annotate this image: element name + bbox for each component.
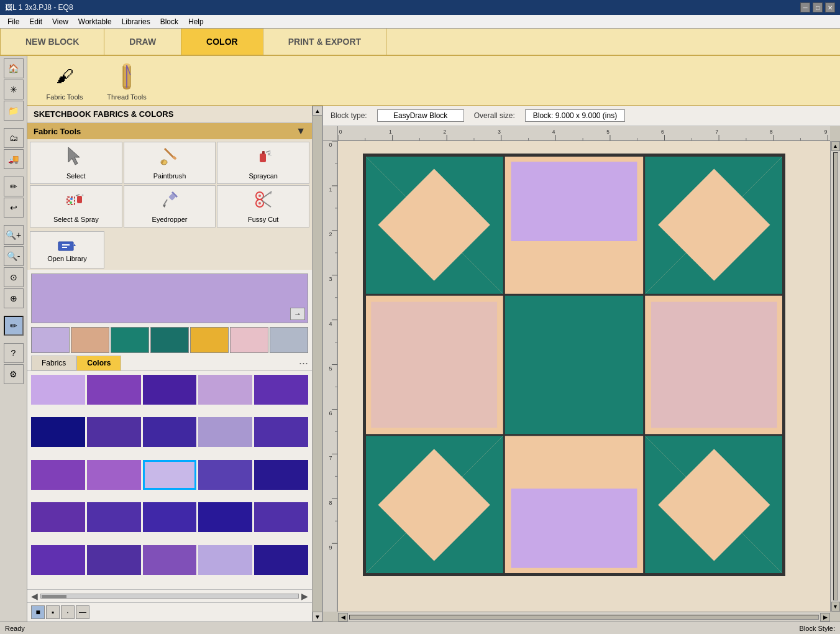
menu-view[interactable]: View (47, 16, 73, 27)
color-swatch-14[interactable] (254, 460, 308, 490)
settings-button[interactable]: ⚙ (4, 364, 24, 384)
color-swatch-24[interactable] (254, 545, 308, 575)
swatch-2[interactable] (111, 327, 149, 353)
fussy-cut-tool[interactable]: Fussy Cut (217, 185, 309, 227)
color-swatch-13[interactable] (198, 460, 252, 490)
color-swatch-8[interactable] (198, 417, 252, 447)
scroll-track[interactable] (40, 594, 299, 599)
scroll-thumb[interactable] (42, 595, 66, 599)
menu-block[interactable]: Block (155, 16, 183, 27)
color-swatch-2[interactable] (143, 375, 197, 405)
swatch-0[interactable] (31, 327, 70, 353)
tab-color[interactable]: COLOR (181, 29, 263, 55)
svg-text:2: 2 (329, 232, 332, 238)
ruler-top: 0 1 2 3 4 5 6 (338, 126, 830, 141)
star-button[interactable]: ✳ (4, 80, 24, 99)
thread-tools-button[interactable]: Thread Tools (102, 61, 152, 101)
color-swatch-3[interactable] (198, 375, 252, 405)
color-swatch-15[interactable] (31, 502, 85, 532)
close-button[interactable]: ✕ (825, 2, 835, 12)
swatch-4[interactable] (190, 327, 229, 353)
color-swatch-16[interactable] (87, 502, 141, 532)
color-swatch-4[interactable] (254, 375, 308, 405)
color-swatch-10[interactable] (31, 460, 85, 490)
layers-button[interactable]: 🗂 (4, 128, 24, 148)
color-swatch-1[interactable] (87, 375, 141, 405)
color-swatch-22[interactable] (143, 545, 197, 575)
swatch-3[interactable] (150, 327, 189, 353)
color-swatch-18[interactable] (198, 502, 252, 532)
panel-scroll-up[interactable]: ▲ (313, 106, 322, 116)
menu-libraries[interactable]: Libraries (117, 16, 155, 27)
open-library-button[interactable]: Open Library (30, 231, 104, 269)
truck-button[interactable]: 🚚 (4, 149, 24, 169)
folder-button[interactable]: 📁 (4, 101, 24, 121)
view-list-button[interactable]: — (76, 605, 89, 619)
color-swatch-0[interactable] (31, 375, 85, 405)
menu-edit[interactable]: Edit (24, 16, 47, 27)
select-tool[interactable]: Select (30, 142, 122, 184)
color-swatch-9[interactable] (254, 417, 308, 447)
zoom-fit-button[interactable]: ⊙ (4, 267, 24, 287)
h-scroll-track[interactable] (349, 615, 819, 620)
panel-scroll-down[interactable]: ▼ (313, 612, 322, 622)
color-swatch-21[interactable] (87, 545, 141, 575)
v-scroll-up-btn[interactable]: ▲ (831, 141, 840, 151)
spraycan-icon (253, 146, 273, 170)
fabric-tools-dropdown[interactable]: ▼ (296, 126, 306, 137)
pencil-button[interactable]: ✏ (4, 177, 24, 196)
color-swatch-11[interactable] (87, 460, 141, 490)
zoom-actual-button[interactable]: ⊕ (4, 288, 24, 308)
menu-worktable[interactable]: Worktable (73, 16, 117, 27)
view-small-button[interactable]: · (61, 605, 75, 619)
color-swatch-selected[interactable] (143, 460, 197, 490)
color-swatch-5[interactable] (31, 417, 85, 447)
color-swatch-6[interactable] (87, 417, 141, 447)
home-button[interactable]: 🏠 (4, 58, 24, 78)
menu-file[interactable]: File (2, 16, 24, 27)
colors-tab[interactable]: Colors (76, 356, 121, 370)
eyedropper-tool[interactable]: Eyedropper (124, 185, 216, 227)
color-swatch-20[interactable] (31, 545, 85, 575)
fabrics-tab[interactable]: Fabrics (31, 356, 76, 370)
block-info-bar: Block type: EasyDraw Block Overall size:… (323, 106, 840, 126)
help-button[interactable]: ? (4, 343, 24, 363)
scroll-right[interactable]: ▶ (301, 591, 308, 601)
color-swatch-17[interactable] (143, 502, 197, 532)
maximize-button[interactable]: □ (813, 2, 823, 12)
view-large-button[interactable]: ■ (31, 605, 45, 619)
select-spray-tool[interactable]: Select & Spray (30, 185, 122, 227)
more-options-button[interactable]: ··· (299, 357, 308, 370)
v-scroll-track[interactable] (833, 152, 838, 600)
view-medium-button[interactable]: ▪ (46, 605, 60, 619)
fabric-tools-button[interactable]: 🖌 Fabric Tools (40, 61, 89, 101)
panel-scroll-track[interactable] (313, 116, 322, 612)
color-swatch-19[interactable] (254, 502, 308, 532)
zoom-out-button[interactable]: 🔍- (4, 246, 24, 266)
svg-rect-39 (338, 126, 830, 141)
quilt-canvas[interactable] (338, 141, 830, 612)
menu-help[interactable]: Help (183, 16, 209, 27)
undo-button[interactable]: ↩ (4, 198, 24, 218)
h-scroll-left-btn[interactable]: ◀ (338, 613, 348, 622)
swatch-5[interactable] (230, 327, 268, 353)
color-swatch-23[interactable] (198, 545, 252, 575)
color-preview-expand[interactable]: → (290, 308, 305, 320)
tab-print-export[interactable]: PRINT & EXPORT (263, 29, 386, 55)
fabric-tools-grid: Select (27, 139, 312, 230)
zoom-in-button[interactable]: 🔍+ (4, 225, 24, 245)
svg-rect-38 (62, 247, 67, 248)
edit-button[interactable]: ✏ (4, 316, 24, 336)
panel-scrollbar: ◀ ▶ (27, 589, 312, 602)
tab-new-block[interactable]: NEW BLOCK (0, 29, 104, 55)
spraycan-tool[interactable]: Spraycan (217, 142, 309, 184)
paintbrush-tool[interactable]: Paintbrush (124, 142, 216, 184)
h-scroll-right-btn[interactable]: ▶ (820, 613, 830, 622)
color-swatch-7[interactable] (143, 417, 197, 447)
v-scroll-down-btn[interactable]: ▼ (831, 602, 840, 612)
swatch-6[interactable] (270, 327, 308, 353)
scroll-left[interactable]: ◀ (31, 591, 38, 601)
minimize-button[interactable]: ─ (800, 2, 810, 12)
tab-draw[interactable]: DRAW (104, 29, 181, 55)
swatch-1[interactable] (71, 327, 109, 353)
